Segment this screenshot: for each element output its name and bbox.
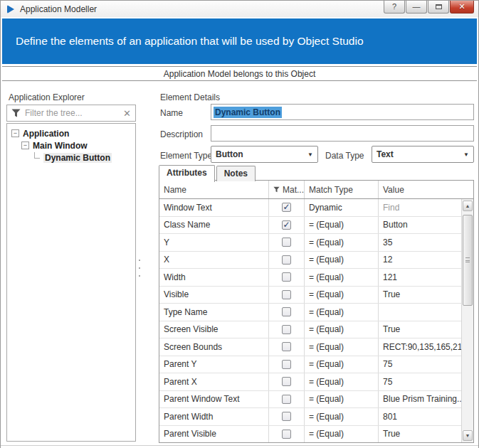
match-checkbox[interactable]: [282, 325, 291, 334]
attribute-name-cell: Y: [159, 234, 269, 251]
match-checkbox[interactable]: [282, 342, 291, 351]
application-tree[interactable]: −Application−Main WindowDynamic Button: [6, 123, 136, 442]
column-header-value[interactable]: Value: [379, 181, 473, 198]
attribute-value-cell[interactable]: 75: [379, 356, 461, 373]
match-checkbox[interactable]: [282, 412, 291, 421]
attribute-value-cell[interactable]: Find: [379, 199, 461, 216]
attribute-match-type-cell[interactable]: = (Equal): [305, 252, 379, 269]
attribute-value-cell[interactable]: RECT:90,135,165,210: [379, 338, 461, 356]
attribute-match-cell: [269, 217, 305, 234]
column-header-match-type[interactable]: Match Type: [305, 181, 379, 198]
panel-splitter-handle[interactable]: [139, 260, 140, 277]
thumb-grip-icon: [465, 257, 470, 262]
attribute-match-cell: [269, 321, 305, 338]
attribute-value-cell[interactable]: Button: [379, 217, 461, 234]
column-header-name[interactable]: Name: [159, 181, 269, 198]
clear-filter-icon[interactable]: ✕: [123, 108, 131, 119]
attribute-value-cell[interactable]: True: [379, 426, 461, 443]
match-checkbox[interactable]: [282, 430, 291, 439]
collapse-icon[interactable]: −: [21, 142, 29, 149]
attribute-name-cell: Class Name: [159, 217, 269, 234]
data-type-dropdown[interactable]: Text ▼: [372, 146, 474, 163]
attribute-row[interactable]: Parent Width= (Equal)801: [159, 408, 461, 426]
attribute-row[interactable]: X= (Equal)12: [159, 252, 461, 270]
close-button[interactable]: ✕: [450, 1, 474, 14]
chevron-down-icon: ▼: [307, 151, 313, 158]
attribute-name-cell: Parent Window Text: [159, 391, 269, 408]
maximize-button[interactable]: [428, 1, 449, 14]
tree-filter-input[interactable]: Filter the tree... ✕: [6, 105, 136, 122]
attribute-row[interactable]: Screen Visible= (Equal)True: [159, 321, 461, 339]
match-checkbox[interactable]: [282, 395, 291, 404]
attribute-name-cell: Parent Width: [159, 408, 269, 425]
attribute-row[interactable]: Class Name= (Equal)Button: [159, 217, 461, 235]
titlebar: Application Modeller ? — ✕: [1, 1, 478, 17]
attribute-row[interactable]: Y= (Equal)35: [159, 234, 461, 252]
scroll-up-icon[interactable]: ▲: [463, 201, 473, 211]
attribute-match-type-cell[interactable]: = (Equal): [305, 391, 379, 408]
description-input[interactable]: [211, 125, 474, 142]
attribute-row[interactable]: Parent Visible= (Equal)True: [159, 426, 461, 443]
tab-notes[interactable]: Notes: [216, 166, 256, 181]
match-checkbox[interactable]: [282, 377, 291, 386]
attribute-row[interactable]: Window TextDynamicFind: [159, 199, 461, 217]
attribute-value-cell[interactable]: Blue Prism Training...: [379, 391, 461, 408]
attribute-row[interactable]: Parent X= (Equal)75: [159, 373, 461, 391]
chevron-down-icon: ▼: [463, 151, 469, 158]
attribute-match-type-cell[interactable]: = (Equal): [305, 356, 379, 373]
match-checkbox[interactable]: [282, 272, 291, 282]
attributes-table-header: Name Mat... Match Type Value: [159, 181, 473, 199]
tree-item-application[interactable]: −Application: [7, 127, 135, 139]
attribute-value-cell[interactable]: 801: [379, 408, 461, 425]
attribute-row[interactable]: Screen Bounds= (Equal)RECT:90,135,165,21…: [159, 338, 461, 356]
match-checkbox[interactable]: [282, 238, 291, 247]
attribute-row[interactable]: Type Name= (Equal): [159, 304, 461, 321]
attribute-match-type-cell[interactable]: Dynamic: [305, 199, 379, 216]
attribute-value-cell[interactable]: 35: [379, 234, 461, 251]
scroll-down-icon[interactable]: ▼: [463, 430, 473, 441]
element-type-dropdown[interactable]: Button ▼: [211, 146, 318, 163]
match-checkbox[interactable]: [282, 290, 291, 299]
table-scrollbar[interactable]: ▲ ▼: [461, 199, 473, 442]
match-checkbox[interactable]: [282, 360, 291, 369]
attribute-row[interactable]: Parent Window Text= (Equal)Blue Prism Tr…: [159, 391, 461, 409]
attribute-value-cell[interactable]: 75: [379, 373, 461, 390]
attribute-match-type-cell[interactable]: = (Equal): [305, 269, 379, 286]
attribute-match-type-cell[interactable]: = (Equal): [305, 217, 379, 234]
match-checkbox[interactable]: [282, 220, 291, 230]
attribute-match-type-cell[interactable]: = (Equal): [305, 321, 379, 338]
name-input[interactable]: Dynamic Button: [211, 104, 474, 120]
attribute-value-cell[interactable]: [379, 304, 461, 321]
attribute-value-cell[interactable]: True: [379, 287, 461, 304]
attribute-name-cell: Window Text: [159, 199, 269, 216]
match-checkbox[interactable]: [282, 255, 291, 265]
attribute-match-cell: [269, 356, 305, 373]
attribute-row[interactable]: Visible= (Equal)True: [159, 287, 461, 304]
help-button[interactable]: ?: [384, 1, 405, 14]
attribute-row[interactable]: Width= (Equal)121: [159, 269, 461, 287]
match-checkbox[interactable]: [282, 203, 291, 212]
attribute-match-type-cell[interactable]: = (Equal): [305, 426, 379, 443]
attribute-match-type-cell[interactable]: = (Equal): [305, 287, 379, 304]
attribute-match-type-cell[interactable]: = (Equal): [305, 234, 379, 251]
attribute-match-type-cell[interactable]: = (Equal): [305, 408, 379, 425]
scrollbar-thumb[interactable]: [463, 215, 473, 306]
attribute-match-cell: [269, 373, 305, 390]
tree-item-main-window[interactable]: −Main Window: [7, 139, 135, 151]
attribute-value-cell[interactable]: 12: [379, 252, 461, 269]
tree-item-dynamic-button[interactable]: Dynamic Button: [7, 151, 135, 164]
attribute-match-type-cell[interactable]: = (Equal): [305, 304, 379, 321]
tab-attributes[interactable]: Attributes: [159, 165, 215, 182]
attribute-match-cell: [269, 269, 305, 286]
attribute-row[interactable]: Parent Y= (Equal)75: [159, 356, 461, 374]
minimize-button[interactable]: —: [406, 1, 427, 14]
attribute-value-cell[interactable]: 121: [379, 269, 461, 286]
attribute-match-cell: [269, 391, 305, 408]
attribute-value-cell[interactable]: True: [379, 321, 461, 338]
match-checkbox[interactable]: [282, 307, 291, 316]
column-header-match[interactable]: Mat...: [269, 181, 305, 198]
attribute-name-cell: Screen Bounds: [159, 338, 269, 356]
collapse-icon[interactable]: −: [11, 129, 19, 137]
attribute-match-type-cell[interactable]: = (Equal): [305, 373, 379, 390]
attribute-match-type-cell[interactable]: = (Equal): [305, 338, 379, 356]
